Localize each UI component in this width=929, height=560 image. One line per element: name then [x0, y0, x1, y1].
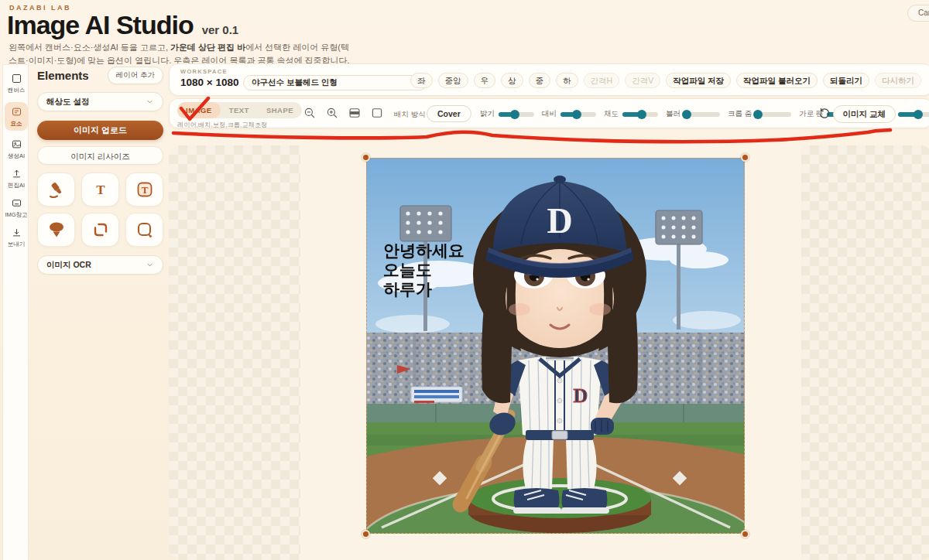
slider-knob[interactable]: [510, 110, 519, 119]
chat-square-icon: [135, 220, 154, 239]
reset-adjustments-button[interactable]: [818, 107, 831, 123]
workspace-actions: 좌 중앙 우 상 중 하 간격H 간격V 작업파일 저장 작업파일 불러오기 되…: [410, 73, 921, 88]
sidebar-item-edit-ai[interactable]: 편집AI: [3, 168, 29, 190]
distribute-v-button[interactable]: 간격V: [625, 73, 660, 88]
text-box-tool-button[interactable]: T: [125, 172, 163, 207]
zoom-out-icon[interactable]: [303, 106, 317, 120]
contrast-slider: 대비: [542, 109, 596, 119]
zoom-in-icon[interactable]: [325, 106, 339, 120]
marker-icon: [47, 180, 66, 199]
crop-tool-button[interactable]: [81, 213, 119, 247]
undo-button[interactable]: 되돌리기: [823, 73, 869, 88]
blur-slider: 블러: [666, 109, 720, 119]
crop-zoom-slider: 크롭 줌: [728, 109, 791, 119]
svg-text:T: T: [96, 183, 105, 197]
align-left-button[interactable]: 좌: [410, 73, 433, 88]
layer-type-tabs: IMAGE TEXT SHAPE: [177, 102, 302, 118]
tab-shape[interactable]: SHAPE: [258, 102, 302, 118]
canvas-size-value: 1080 × 1080: [180, 77, 238, 88]
fit-width-icon[interactable]: [348, 106, 362, 120]
save-file-button[interactable]: 작업파일 저장: [666, 73, 731, 88]
distribute-h-button[interactable]: 간격H: [584, 73, 620, 88]
replace-image-button[interactable]: 이미지 교체: [833, 105, 896, 123]
pan-y-track[interactable]: [898, 112, 929, 117]
generate-ai-icon: [3, 138, 29, 151]
chevron-down-icon: [146, 261, 154, 269]
load-file-button[interactable]: 작업파일 불러오기: [736, 73, 818, 88]
svg-text:T: T: [141, 184, 148, 196]
sidebar-item-image-library[interactable]: IMG창고: [3, 197, 29, 219]
sidebar-item-generate-ai[interactable]: 생성AI: [3, 138, 29, 160]
app-header: Image AI Studio ver 0.1: [7, 10, 238, 40]
elements-panel: Elements 레이어 추가 해상도 설정 이미지 업로드 이미지 리사이즈 …: [37, 67, 163, 275]
saturation-slider: 채도: [604, 109, 658, 119]
speech-bubble-icon: [47, 220, 66, 239]
workspace-stage[interactable]: D: [169, 145, 929, 560]
selection-handle-sw[interactable]: [362, 530, 370, 538]
blur-track[interactable]: [684, 112, 720, 117]
image-library-icon: [3, 197, 29, 210]
slider-knob[interactable]: [753, 110, 763, 119]
resolution-select[interactable]: 해상도 설정: [37, 92, 163, 111]
app-version: ver 0.1: [202, 23, 239, 36]
selection-handle-nw[interactable]: [362, 153, 370, 162]
align-bottom-button[interactable]: 하: [556, 73, 578, 88]
align-middle-button[interactable]: 중: [529, 73, 551, 88]
add-layer-button[interactable]: 레이어 추가: [108, 67, 163, 84]
selection-handle-se[interactable]: [741, 530, 749, 538]
align-right-button[interactable]: 우: [474, 73, 496, 88]
speech-bubble-tool-button[interactable]: [37, 213, 75, 247]
edit-bar-caption: 레이어,배치,보정,크롭,교체조정: [177, 121, 302, 129]
slider-knob[interactable]: [682, 110, 691, 119]
reset-icon: [818, 107, 831, 120]
align-center-button[interactable]: 중앙: [438, 73, 468, 88]
canvas-mode-pill[interactable]: Canvas: [907, 5, 929, 22]
edit-ai-icon: [3, 168, 29, 180]
image-upload-button[interactable]: 이미지 업로드: [37, 121, 163, 140]
contrast-track[interactable]: [560, 112, 596, 117]
image-layer-selected[interactable]: D: [366, 158, 745, 534]
sidebar-item-elements[interactable]: 요소: [5, 102, 28, 131]
export-icon: [3, 227, 29, 239]
app-title: Image AI Studio: [7, 10, 194, 40]
chat-square-tool-button[interactable]: [125, 213, 163, 247]
text-box-icon: T: [135, 180, 154, 199]
sidebar-item-export[interactable]: 보내기: [3, 227, 29, 248]
brightness-track[interactable]: [499, 112, 534, 117]
text-icon: T: [91, 180, 110, 199]
layer-edit-bar: IMAGE TEXT SHAPE 레이어,배치,보정,크롭,교체조정 배치 방식…: [169, 98, 929, 128]
brightness-slider: 밝기: [480, 109, 534, 119]
slider-knob[interactable]: [572, 110, 581, 119]
marker-tool-button[interactable]: [37, 172, 75, 207]
redo-button[interactable]: 다시하기: [875, 73, 921, 88]
element-tool-grid: T T: [37, 172, 163, 247]
image-resize-button[interactable]: 이미지 리사이즈: [37, 146, 163, 165]
fit-frame-icon[interactable]: [370, 106, 384, 120]
saturation-track[interactable]: [622, 112, 658, 117]
image-ocr-select[interactable]: 이미지 OCR: [37, 255, 163, 275]
chevron-down-icon: [146, 97, 154, 106]
slider-knob[interactable]: [637, 110, 646, 119]
tab-text[interactable]: TEXT: [221, 102, 258, 118]
crop-zoom-track[interactable]: [756, 112, 791, 117]
tab-image[interactable]: IMAGE: [177, 102, 221, 118]
selection-handle-ne[interactable]: [741, 153, 749, 162]
left-icon-rail: 캔버스 요소 생성AI 편집AI IMG창고 보내기: [2, 64, 29, 560]
workspace-header-bar: WORKSPACE 1080 × 1080 좌 중앙 우 상 중 하 간격H 간…: [169, 63, 929, 96]
elements-panel-title: Elements: [37, 69, 89, 82]
zoom-fit-icons: [303, 106, 384, 120]
sidebar-item-canvas[interactable]: 캔버스: [3, 73, 29, 94]
align-top-button[interactable]: 상: [501, 73, 523, 88]
project-name-input[interactable]: [243, 75, 427, 90]
selection-border: [366, 158, 745, 534]
canvas-icon: [3, 73, 29, 85]
slider-knob[interactable]: [914, 110, 923, 119]
text-tool-button[interactable]: T: [81, 172, 119, 207]
red-underline-annotation: [171, 127, 894, 145]
elements-icon: [5, 106, 28, 118]
workspace-label: WORKSPACE: [180, 68, 228, 75]
crop-icon: [91, 220, 110, 239]
